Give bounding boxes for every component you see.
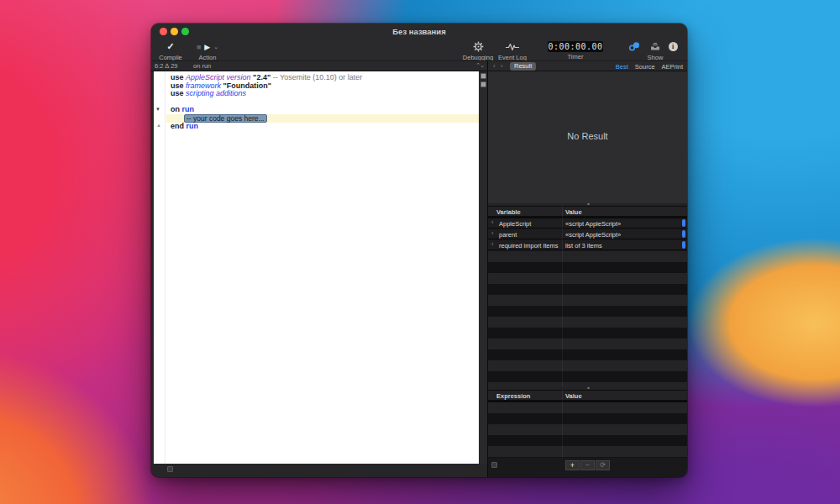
string-literal: "Foundation" xyxy=(223,81,272,90)
stop-icon[interactable]: ■ xyxy=(197,43,201,51)
disclosure-icon[interactable]: › xyxy=(491,219,493,225)
column-divider xyxy=(562,390,563,458)
compile-button[interactable]: ✓ Compile xyxy=(153,40,188,61)
column-expression: Expression xyxy=(496,392,530,400)
context-label: on run xyxy=(193,62,211,70)
line-stepper-icon[interactable]: ⌃⌄ xyxy=(475,62,484,69)
table-row-applescript[interactable]: › AppleScript «script AppleScript» xyxy=(488,218,687,228)
action-group[interactable]: ■ ▶⌄ Action xyxy=(188,40,227,61)
row-accent-bar[interactable] xyxy=(682,219,685,227)
editor-status-bar: 6:2 ∆ 29 on run ⌃⌄ xyxy=(151,61,487,71)
marker-button-1[interactable] xyxy=(480,73,486,79)
tray-icon xyxy=(650,42,660,51)
editor-gutter[interactable]: ▼ ▲ xyxy=(154,71,165,464)
row-accent-bar[interactable] xyxy=(682,241,685,249)
no-result-text: No Result xyxy=(488,131,687,141)
comment: -- Yosemite (10.10) or later xyxy=(273,73,363,81)
term: scripting additions xyxy=(186,89,246,97)
marker-button-2[interactable] xyxy=(480,81,486,87)
row-name: AppleScript xyxy=(499,220,531,228)
keyword: use xyxy=(171,81,184,90)
expressions-header: Expression Value xyxy=(488,390,687,401)
row-value: list of 3 items xyxy=(565,242,602,249)
tab-source[interactable]: Source xyxy=(635,63,655,71)
add-expression-button[interactable]: + xyxy=(565,460,580,470)
term: AppleScript xyxy=(186,73,224,81)
timer-item: 0:00:00.00 Timer xyxy=(538,40,613,60)
run-dropdown-icon[interactable]: ⌄ xyxy=(213,44,218,50)
column-value: Value xyxy=(565,392,582,400)
variables-empty-rows xyxy=(488,251,687,387)
code-line-5: on run xyxy=(166,106,479,114)
fold-end-icon: ▲ xyxy=(156,123,161,128)
expressions-empty-rows xyxy=(488,402,687,458)
marker-strip xyxy=(479,71,487,464)
keyword: on xyxy=(171,105,180,113)
code-area[interactable]: use AppleScript version "2.4" -- Yosemit… xyxy=(166,74,479,130)
tab-aeprint[interactable]: AEPrint xyxy=(662,63,683,71)
toolbar: ✓ Compile ■ ▶⌄ Action Debugging xyxy=(151,39,687,60)
row-accent-bar[interactable] xyxy=(682,230,685,238)
disclosure-icon[interactable]: › xyxy=(491,230,493,236)
linked-circles-icon xyxy=(628,42,640,51)
check-icon: ✓ xyxy=(166,41,174,52)
term: framework xyxy=(186,81,221,90)
column-variable: Variable xyxy=(496,208,521,216)
code-line-6: -- your code goes here... xyxy=(166,114,479,123)
code-line-7: end run xyxy=(166,123,479,131)
nav-forward-icon[interactable]: › xyxy=(501,62,503,70)
remove-expression-button[interactable]: − xyxy=(580,460,595,470)
row-value: «script AppleScript» xyxy=(565,231,621,239)
result-area: No Result xyxy=(488,71,687,203)
result-tab[interactable]: Result xyxy=(510,62,536,71)
disclosure-icon[interactable]: › xyxy=(491,241,493,247)
keyword: use xyxy=(171,73,184,81)
row-name: parent xyxy=(499,231,517,239)
splitter-grip[interactable] xyxy=(491,462,497,468)
code-line-4 xyxy=(166,98,479,107)
cursor-position: 6:2 ∆ 29 xyxy=(155,62,178,70)
gear-icon xyxy=(473,41,484,52)
show-bindings-button[interactable] xyxy=(624,40,644,53)
timer-display: 0:00:00.00 xyxy=(548,41,603,52)
tab-best[interactable]: Best xyxy=(616,63,628,71)
debugging-button[interactable]: Debugging xyxy=(459,40,497,61)
window-title: Без названия xyxy=(151,27,687,36)
code-line-3: use scripting additions xyxy=(166,90,479,98)
info-icon: i xyxy=(669,42,678,51)
keyword: end xyxy=(171,122,184,130)
fold-open-icon[interactable]: ▼ xyxy=(155,107,160,112)
event-log-button[interactable]: Event Log xyxy=(496,40,529,61)
status-row: 6:2 ∆ 29 on run ⌃⌄ ‹ › Result Best Sourc… xyxy=(151,60,687,71)
script-debugger-window: Без названия ✓ Compile ■ ▶⌄ Action xyxy=(151,24,687,477)
row-value: «script AppleScript» xyxy=(565,220,621,228)
run-icon[interactable]: ▶ xyxy=(204,43,210,51)
column-value: Value xyxy=(565,208,582,216)
keyword: use xyxy=(171,89,184,97)
handler-name: run xyxy=(186,122,199,130)
result-pane: No Result Variable Value › AppleScript «… xyxy=(487,71,687,477)
variables-header: Variable Value xyxy=(488,206,687,217)
string-literal: "2.4" xyxy=(253,73,270,81)
term: version xyxy=(227,73,251,81)
table-row-required-import-items[interactable]: › required import items list of 3 items xyxy=(488,240,687,250)
show-tray-button[interactable]: Show xyxy=(645,40,665,61)
row-name: required import items xyxy=(499,242,558,249)
splitter-grip[interactable] xyxy=(167,466,173,472)
result-panel-bar: ‹ › Result Best Source AEPrint xyxy=(487,61,687,71)
editor-pane: ▼ ▲ use AppleScript version "2.4" -- Yos… xyxy=(151,71,487,477)
info-button[interactable]: i xyxy=(664,40,682,53)
handler-name: run xyxy=(182,105,195,113)
timer-label: Timer xyxy=(538,53,613,60)
table-row-parent[interactable]: › parent «script AppleScript» xyxy=(488,229,687,239)
column-divider xyxy=(562,206,563,387)
nav-back-icon[interactable]: ‹ xyxy=(493,62,496,70)
script-editor[interactable]: ▼ ▲ use AppleScript version "2.4" -- Yos… xyxy=(154,71,479,464)
titlebar[interactable]: Без названия xyxy=(151,24,687,39)
refresh-button[interactable]: ⟳ xyxy=(596,460,610,470)
waveform-icon xyxy=(505,42,520,52)
